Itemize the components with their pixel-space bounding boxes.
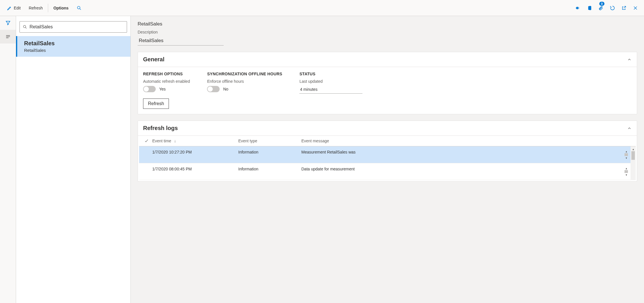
reload-icon[interactable] (607, 0, 618, 16)
log-type: Information (238, 167, 301, 171)
auto-refresh-toggle[interactable] (143, 86, 156, 92)
last-updated-value: 4 minutes (299, 86, 362, 94)
options-label: Options (53, 6, 69, 10)
select-all-check[interactable] (141, 139, 152, 143)
attachments-count: 0 (599, 2, 604, 6)
enforce-toggle[interactable] (207, 86, 220, 92)
log-row[interactable]: 1/7/2020 10:27:20 PMInformationMeasureme… (139, 146, 631, 163)
search-icon (77, 5, 82, 11)
sync-header: SYNCHRONIZATION OFFLINE HOURS (207, 72, 282, 76)
nav-search-input[interactable] (30, 24, 124, 29)
log-message: Data update for measurement (301, 167, 622, 176)
nav-item-title: RetailSales (24, 40, 125, 47)
general-card: General REFRESH OPTIONS Automatic refres… (138, 52, 637, 114)
nav-item-subtitle: RetailSales (24, 48, 125, 53)
cell-scrollbar[interactable]: ▴▾ (624, 150, 629, 160)
command-bar: Edit Refresh Options 0 (0, 0, 644, 16)
sort-desc-icon: ↓ (174, 139, 176, 143)
nav-item[interactable]: RetailSalesRetailSales (16, 36, 130, 57)
close-icon[interactable] (630, 0, 641, 16)
list-button[interactable] (0, 30, 16, 44)
enforce-value: No (223, 87, 228, 91)
refresh-label: Refresh (29, 6, 43, 10)
edit-label: Edit (14, 6, 21, 10)
edit-command[interactable]: Edit (3, 3, 25, 13)
refresh-command[interactable]: Refresh (25, 3, 47, 13)
cell-scrollbar[interactable]: ▴▾ (624, 167, 629, 176)
nav-panel: RetailSalesRetailSales (16, 16, 131, 303)
refresh-options-header: REFRESH OPTIONS (143, 72, 190, 76)
status-column: STATUS Last updated 4 minutes (299, 72, 362, 109)
svg-point-0 (77, 6, 80, 9)
svg-point-1 (24, 25, 26, 28)
filter-button[interactable] (0, 16, 16, 30)
log-message: Measurement RetailSales was (301, 150, 622, 160)
auto-refresh-value: Yes (159, 87, 166, 91)
log-type: Information (238, 150, 301, 154)
search-command[interactable] (73, 3, 86, 13)
command-separator (48, 4, 48, 12)
description-label: Description (138, 30, 637, 34)
log-table-header: Event time ↓ Event type Event message (139, 136, 636, 146)
log-row[interactable]: 1/7/2020 08:00:45 PMInformationData upda… (139, 163, 631, 180)
col-event-type[interactable]: Event type (238, 139, 301, 143)
attachments-button[interactable]: 0 (595, 0, 607, 16)
general-title: General (143, 56, 164, 63)
auto-refresh-label: Automatic refresh enabled (143, 79, 190, 84)
page-title: RetailSales (138, 21, 637, 27)
description-value[interactable]: RetailSales (138, 36, 224, 46)
search-icon (23, 25, 27, 29)
sync-column: SYNCHRONIZATION OFFLINE HOURS Enforce of… (207, 72, 282, 109)
refresh-logs-title: Refresh logs (143, 125, 178, 131)
log-time: 1/7/2020 10:27:20 PM (152, 150, 238, 154)
office-icon[interactable] (584, 0, 595, 16)
last-updated-label: Last updated (299, 79, 362, 84)
connector-icon[interactable] (572, 0, 584, 16)
side-rail (0, 16, 16, 303)
refresh-logs-card: Refresh logs Event time ↓ Event type Eve… (138, 121, 637, 182)
refresh-options-column: REFRESH OPTIONS Automatic refresh enable… (143, 72, 190, 109)
col-event-message[interactable]: Event message (301, 139, 634, 143)
status-header: STATUS (299, 72, 362, 76)
vertical-scrollbar[interactable]: ▴ (631, 146, 636, 180)
popout-icon[interactable] (618, 0, 630, 16)
nav-search[interactable] (19, 21, 127, 33)
enforce-label: Enforce offline hours (207, 79, 282, 84)
pencil-icon (7, 5, 12, 11)
log-time: 1/7/2020 08:00:45 PM (152, 167, 238, 171)
chevron-up-icon[interactable] (627, 126, 632, 131)
detail-panel: RetailSales Description RetailSales Gene… (131, 16, 644, 303)
col-event-time-label: Event time (152, 139, 171, 143)
refresh-button[interactable]: Refresh (143, 99, 169, 109)
chevron-up-icon[interactable] (627, 57, 632, 62)
col-event-time[interactable]: Event time ↓ (152, 139, 238, 143)
options-command[interactable]: Options (49, 3, 73, 13)
